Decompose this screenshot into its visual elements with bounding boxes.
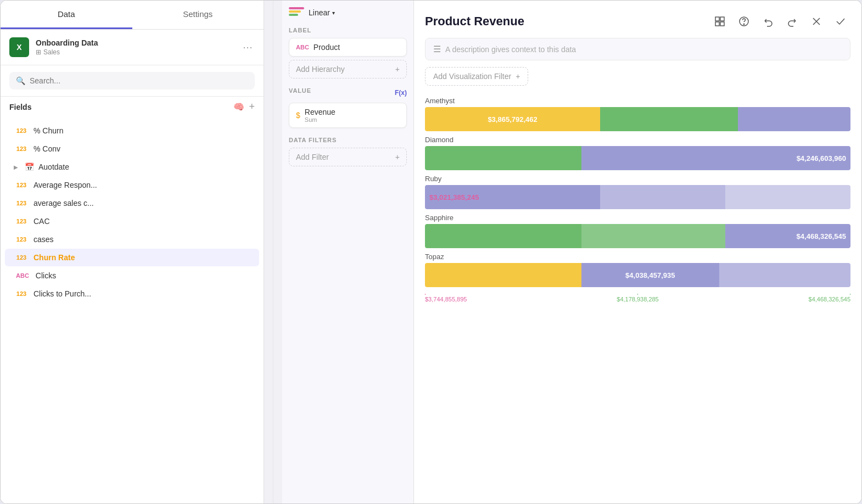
field-item-auotdate[interactable]: ▶ 📅 Auotdate <box>5 158 259 176</box>
add-visualization-filter-button[interactable]: Add Visualization Filter + <box>425 67 528 86</box>
confirm-button[interactable] <box>831 12 850 31</box>
bar-track: $4,246,603,960 <box>425 146 850 170</box>
axis-container: $3,744,855,895 $4,178,938,285 $4,468,326… <box>425 294 850 304</box>
add-hierarchy-button[interactable]: Add Hierarchy + <box>289 60 407 79</box>
axis-mid-label: $4,178,938,285 <box>617 296 658 303</box>
field-name: Churn Rate <box>33 253 75 262</box>
bar-row-ruby: Ruby $3,021,385,245 <box>425 175 850 209</box>
table-icon: ⊞ <box>36 48 41 56</box>
value-section-header: VALUE <box>289 87 311 94</box>
field-item-pct-conv[interactable]: 123 % Conv <box>5 140 259 158</box>
data-source-name: Onboarding Data <box>36 38 234 47</box>
field-item-pct-churn[interactable]: 123 % Churn <box>5 122 259 139</box>
menu-icon: ☰ <box>433 44 441 54</box>
field-name: average sales c... <box>33 199 94 208</box>
field-item-cac[interactable]: 123 CAC <box>5 212 259 230</box>
tabs: Data Settings <box>1 1 264 30</box>
close-button[interactable] <box>807 12 826 31</box>
field-type-badge: 123 <box>14 126 29 135</box>
description-box[interactable]: ☰ A description gives context to this da… <box>425 38 850 60</box>
bar-label: Diamond <box>425 136 850 144</box>
bar-value: $3,021,385,245 <box>425 193 483 201</box>
field-type-badge: ABC <box>14 271 31 280</box>
field-type-badge: 123 <box>14 235 29 244</box>
value-aggregation: Sum <box>305 116 335 123</box>
field-name: % Churn <box>33 126 63 135</box>
axis-max-label: $4,468,326,545 <box>809 296 850 303</box>
bar-row-diamond: Diamond $4,246,603,960 <box>425 136 850 170</box>
axis-markers <box>425 294 850 295</box>
field-name: Average Respon... <box>33 181 97 189</box>
field-item-cases[interactable]: 123 cases <box>5 231 259 248</box>
tab-settings[interactable]: Settings <box>132 1 264 29</box>
bar-track: $3,021,385,245 <box>425 185 850 209</box>
axis-labels: $3,744,855,895 $4,178,938,285 $4,468,326… <box>425 295 850 304</box>
bar-segment: $4,468,326,545 <box>725 224 850 248</box>
expand-icon: ▶ <box>14 164 18 170</box>
search-box: 🔍 <box>9 72 255 89</box>
fields-actions: 🧠 + <box>233 101 255 113</box>
bar-row-sapphire: Sapphire $4,468,326,545 <box>425 214 850 248</box>
palette-selector[interactable]: Linear ▾ <box>289 7 407 18</box>
palette-dropdown[interactable]: Linear ▾ <box>309 8 335 17</box>
add-filter-plus-icon: + <box>516 72 520 81</box>
divider <box>273 1 273 503</box>
bar-segment <box>600 107 738 131</box>
value-section: VALUE F(x) $ Revenue Sum <box>289 87 407 128</box>
bar-segment <box>425 263 581 287</box>
bar-track: $4,468,326,545 <box>425 224 850 248</box>
data-source-sub: ⊞ Sales <box>36 48 234 56</box>
axis-marker-min <box>425 294 637 295</box>
bar-value: $4,038,457,935 <box>621 271 679 279</box>
bar-label: Amethyst <box>425 97 850 105</box>
axis-marker-mid <box>637 294 850 295</box>
redo-button[interactable] <box>782 12 802 31</box>
bar-label: Ruby <box>425 175 850 183</box>
bar-segment: $3,865,792,462 <box>425 107 600 131</box>
help-button[interactable] <box>734 12 754 31</box>
bar-segment <box>738 107 850 131</box>
field-item-avg-response[interactable]: 123 Average Respon... <box>5 176 259 194</box>
svg-rect-1 <box>720 17 724 21</box>
chart-area: ☰ A description gives context to this da… <box>414 1 861 503</box>
bar-value: $4,246,603,960 <box>792 154 850 163</box>
field-name: Clicks <box>36 271 56 280</box>
data-filters-header: DATA FILTERS <box>289 137 407 143</box>
field-type-badge: 123 <box>14 253 29 262</box>
abc-badge: ABC <box>296 44 309 51</box>
bar-segment <box>425 146 581 170</box>
field-type-badge: 123 <box>14 217 29 226</box>
fx-button[interactable]: F(x) <box>395 89 407 97</box>
add-filter-button[interactable]: Add Filter + <box>289 148 407 166</box>
add-hierarchy-icon: + <box>395 65 400 74</box>
search-input[interactable] <box>30 76 248 85</box>
value-field-name: Revenue <box>305 108 335 116</box>
fields-header: Fields 🧠 + <box>1 97 264 117</box>
bar-segment <box>719 263 850 287</box>
grid-button[interactable] <box>710 12 730 31</box>
palette-icon <box>289 7 304 18</box>
chart-title-input[interactable] <box>425 14 710 29</box>
value-field-chip[interactable]: $ Revenue Sum <box>289 103 407 128</box>
field-item-churn-rate[interactable]: 123 Churn Rate <box>5 249 259 266</box>
data-source-subtitle: Sales <box>43 48 60 56</box>
bar-chart: Amethyst $3,865,792,462 Diamond $4,246,6… <box>425 97 850 492</box>
add-field-button[interactable]: + <box>249 101 255 113</box>
tab-data[interactable]: Data <box>1 1 132 29</box>
field-item-clicks[interactable]: ABC Clicks <box>5 267 259 284</box>
label-section-header: LABEL <box>289 27 407 33</box>
add-filter-label: Add Visualization Filter <box>433 72 511 81</box>
label-field-chip[interactable]: ABC Product <box>289 38 407 57</box>
fields-list: 123 % Churn 123 % Conv ▶ 📅 Auotdate 123 … <box>1 117 264 503</box>
value-header: VALUE F(x) <box>289 87 407 98</box>
field-item-clicks-to-purch[interactable]: 123 Clicks to Purch... <box>5 285 259 303</box>
data-source-info: Onboarding Data ⊞ Sales <box>36 38 234 56</box>
bar-track: $3,865,792,462 <box>425 107 850 131</box>
more-options-button[interactable]: ⋯ <box>240 39 255 55</box>
brain-icon[interactable]: 🧠 <box>233 102 244 112</box>
undo-button[interactable] <box>758 12 778 31</box>
left-panel: Data Settings X Onboarding Data ⊞ Sales … <box>1 1 264 503</box>
field-type-badge: 123 <box>14 199 29 208</box>
field-item-avg-sales[interactable]: 123 average sales c... <box>5 194 259 212</box>
axis-marker-max <box>850 294 850 295</box>
